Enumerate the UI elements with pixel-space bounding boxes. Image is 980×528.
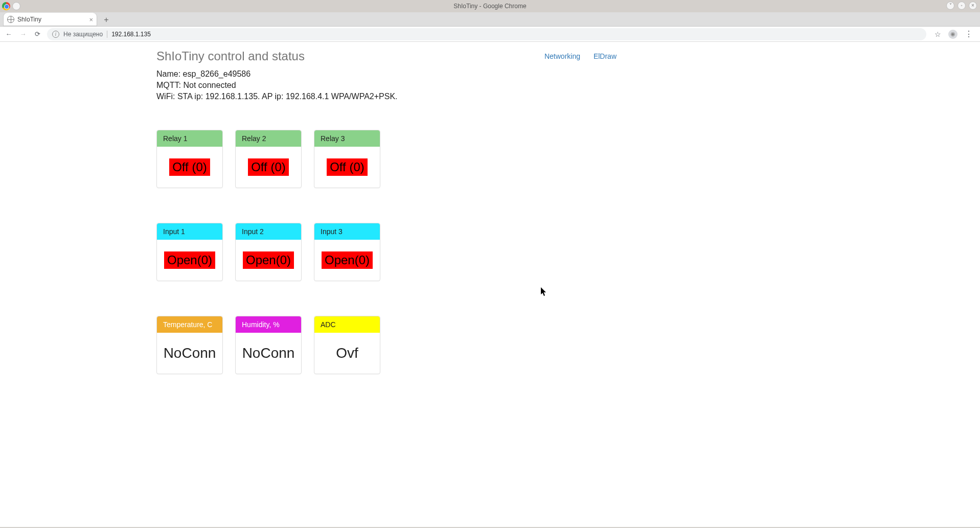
bookmark-star-icon[interactable]: ☆ (935, 30, 941, 38)
window-menu-icon[interactable] (12, 2, 20, 10)
input-header: Input 1 (157, 223, 222, 240)
browser-menu-icon[interactable]: ⋮ (965, 30, 973, 38)
browser-toolbar: ← → ⟳ i Не защищено 192.168.1.135 ☆ ◉ ⋮ (0, 27, 980, 42)
relay-header: Relay 3 (314, 130, 380, 147)
input-card: Input 1 Open(0) (156, 223, 223, 281)
insecure-label: Не защищено (63, 31, 103, 38)
omnibox-separator (107, 31, 107, 38)
adc-card: ADC Ovf (314, 316, 380, 374)
relay-header: Relay 2 (236, 130, 301, 147)
window-maximize-button[interactable]: ◦ (958, 2, 966, 10)
omnibox-url: 192.168.1.135 (111, 31, 151, 38)
profile-avatar-icon[interactable]: ◉ (948, 30, 958, 39)
relays-row: Relay 1 Off (0) Relay 2 Off (0) Relay 3 … (156, 130, 617, 188)
inputs-row: Input 1 Open(0) Input 2 Open(0) Input 3 … (156, 223, 617, 281)
nav-link-eldraw[interactable]: ElDraw (594, 52, 617, 60)
page-content: Networking ElDraw ShIoTiny control and s… (0, 42, 980, 374)
nav-link-networking[interactable]: Networking (544, 52, 580, 60)
input-status-badge: Open(0) (243, 251, 294, 269)
device-name-line: Name: esp_8266_e49586 (156, 70, 617, 79)
adc-header: ADC (314, 316, 380, 333)
input-status-badge: Open(0) (322, 251, 373, 269)
browser-tabstrip: ShIoTiny × + (0, 12, 980, 27)
sensors-row: Temperature, C NoConn Humidity, % NoConn… (156, 316, 617, 374)
relay-header: Relay 1 (157, 130, 222, 147)
browser-tab-title: ShIoTiny (17, 16, 86, 23)
input-header: Input 2 (236, 223, 301, 240)
forward-button[interactable]: → (18, 30, 28, 38)
address-bar[interactable]: i Не защищено 192.168.1.135 (47, 28, 926, 40)
window-minimize-button[interactable]: ˅ (946, 2, 954, 10)
wifi-status-line: WiFi: STA ip: 192.168.1.135. AP ip: 192.… (156, 92, 617, 101)
mqtt-status-line: MQTT: Not connected (156, 81, 617, 90)
relay-card: Relay 3 Off (0) (314, 130, 380, 188)
relay-status-badge[interactable]: Off (0) (169, 158, 210, 176)
temperature-value: NoConn (164, 345, 216, 361)
input-card: Input 3 Open(0) (314, 223, 380, 281)
humidity-card: Humidity, % NoConn (235, 316, 302, 374)
adc-value: Ovf (336, 345, 358, 361)
relay-status-badge[interactable]: Off (0) (327, 158, 368, 176)
input-status-badge: Open(0) (164, 251, 215, 269)
back-button[interactable]: ← (4, 30, 13, 38)
chrome-app-icon (2, 2, 10, 10)
window-title: ShIoTiny - Google Chrome (453, 3, 526, 10)
relay-card: Relay 2 Off (0) (235, 130, 302, 188)
humidity-value: NoConn (242, 345, 295, 361)
relay-status-badge[interactable]: Off (0) (248, 158, 289, 176)
window-close-button[interactable]: × (969, 2, 977, 10)
relay-card: Relay 1 Off (0) (156, 130, 223, 188)
input-header: Input 3 (314, 223, 380, 240)
input-card: Input 2 Open(0) (235, 223, 302, 281)
temperature-header: Temperature, C (157, 316, 222, 333)
browser-tab-active[interactable]: ShIoTiny × (3, 13, 97, 26)
window-titlebar: ShIoTiny - Google Chrome ˅ ◦ × (0, 0, 980, 12)
page-nav: Networking ElDraw (533, 52, 617, 60)
globe-icon (7, 16, 14, 23)
new-tab-button[interactable]: + (100, 14, 112, 26)
tab-close-icon[interactable]: × (89, 16, 93, 23)
reload-button[interactable]: ⟳ (33, 30, 42, 38)
insecure-info-icon[interactable]: i (52, 31, 59, 38)
humidity-header: Humidity, % (236, 316, 301, 333)
temperature-card: Temperature, C NoConn (156, 316, 223, 374)
